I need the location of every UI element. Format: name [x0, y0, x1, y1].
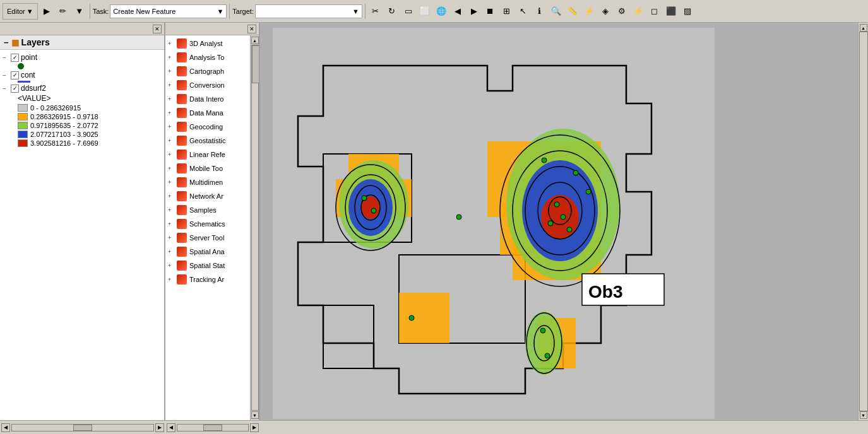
legend-item-3: 2.077217103 - 3.9025	[18, 130, 162, 139]
toolbox-item-label: Data Mana	[189, 109, 223, 117]
toolbox-item-icon	[177, 38, 187, 49]
value-label-text: <VALUE>	[18, 94, 51, 103]
map-scroll-up[interactable]: ▲	[860, 24, 867, 32]
layers-title: Layers	[21, 37, 50, 47]
expand-icon: +	[168, 276, 174, 283]
layers-scroll-left-btn[interactable]: ◀	[1, 423, 10, 432]
layer-ddsurf2-expand[interactable]: −	[3, 85, 9, 92]
separator-3	[365, 4, 366, 19]
toolbox-scroll-thumb[interactable]	[252, 45, 259, 83]
toolbox-item-network[interactable]: + Network Ar	[167, 189, 249, 203]
pointer-tool-button[interactable]: ↖	[516, 4, 531, 19]
layer-cont-row: − cont	[3, 70, 162, 80]
svg-point-18	[541, 195, 579, 239]
ellipse-tool-button[interactable]: ⬜	[417, 4, 432, 19]
layer-point-expand[interactable]: −	[3, 54, 9, 61]
layer-ddsurf2-checkbox[interactable]	[11, 85, 19, 93]
layers-scroll-right-btn[interactable]: ▶	[155, 423, 164, 432]
full-extent-button[interactable]: ⊞	[499, 4, 514, 19]
toolbox-item-label: Geocoding	[189, 123, 223, 131]
toolbox-item-icon	[177, 205, 187, 215]
layer-cont-expand[interactable]: −	[3, 72, 9, 79]
toolbox-item-mobile-tools[interactable]: + Mobile Too	[167, 161, 249, 175]
stop-button[interactable]: ⏹	[483, 4, 498, 19]
toolbox-item-data-interop[interactable]: + Data Intero	[167, 92, 249, 106]
map-scroll-down[interactable]: ▼	[860, 411, 867, 419]
toolbox-item-conversion[interactable]: + Conversion	[167, 78, 249, 92]
toolbox-item-icon	[177, 122, 187, 132]
toolbox-item-data-management[interactable]: + Data Mana	[167, 106, 249, 120]
toolbox-item-icon	[177, 66, 187, 76]
attr-button[interactable]: ⚡	[581, 4, 597, 19]
map-area[interactable]: Ob3 ▲ ▼	[260, 23, 868, 420]
layers-bottom-scroll: ◀ ▶	[0, 422, 165, 433]
target-dropdown[interactable]: ▼	[255, 4, 362, 18]
sketch-tool-button[interactable]: ✏	[56, 4, 71, 19]
layer-ddsurf2-row: − ddsurf2	[3, 83, 162, 93]
back-button[interactable]: ◀	[450, 4, 465, 19]
toolbox-scroll-left-btn[interactable]: ◀	[167, 423, 175, 432]
layer-cont-checkbox[interactable]	[11, 71, 19, 79]
task-dropdown[interactable]: Create New Feature ▼	[110, 4, 227, 18]
editor-dropdown-arrow: ▼	[27, 8, 33, 15]
expand-icon: +	[168, 151, 174, 158]
toolbox-item-tracking[interactable]: + Tracking Ar	[167, 273, 249, 286]
toolbox-item-geostatistics[interactable]: + Geostatistic	[167, 134, 249, 148]
tool-c[interactable]: ◻	[647, 4, 662, 19]
toolbox-item-analysis[interactable]: + Analysis To	[167, 50, 249, 64]
tool-d[interactable]: ⬛	[663, 4, 679, 19]
toolbox-item-icon	[177, 163, 187, 173]
toolbox-item-multidim[interactable]: + Multidimen	[167, 175, 249, 189]
info-button[interactable]: ℹ	[532, 4, 547, 19]
rect-tool-button[interactable]: ▭	[401, 4, 416, 19]
toolbox-scroll-thumb[interactable]	[203, 425, 222, 431]
layers-scroll-track	[11, 424, 154, 431]
toolbox-item-server-tools[interactable]: + Server Tool	[167, 231, 249, 245]
select-button[interactable]: ◈	[598, 4, 613, 19]
svg-point-41	[545, 353, 550, 358]
cut-tool-button[interactable]: ✂	[368, 4, 383, 19]
measure-button[interactable]: 📏	[565, 4, 580, 19]
toolbox-panel-close-button[interactable]: ✕	[247, 25, 256, 33]
toolbox-item-geocoding[interactable]: + Geocoding	[167, 120, 249, 134]
task-label: Task:	[93, 8, 109, 15]
forward-button[interactable]: ▶	[467, 4, 482, 19]
toolbox-item-label: Spatial Ana	[189, 248, 225, 255]
legend-label-3: 2.077217103 - 3.9025	[30, 131, 98, 138]
arrow-tool-button[interactable]: ▶	[39, 4, 54, 19]
layer-ddsurf2-label: ddsurf2	[21, 84, 46, 93]
legend-color-4	[18, 139, 28, 147]
toolbox-item-linear-ref[interactable]: + Linear Refe	[167, 148, 249, 161]
toolbox-item-spatial-analyst[interactable]: + Spatial Ana	[167, 245, 249, 259]
separator-2	[229, 4, 230, 19]
rotate-tool-button[interactable]: ↻	[384, 4, 400, 19]
legend-color-0	[18, 104, 28, 112]
expand-icon: +	[168, 138, 174, 144]
sketch-dropdown-button[interactable]: ▼	[72, 4, 87, 19]
toolbox-scroll-up[interactable]: ▲	[251, 37, 259, 44]
layer-point-checkbox[interactable]	[11, 54, 19, 62]
tool-b[interactable]: ⚡	[631, 4, 646, 19]
toolbox-item-icon	[177, 80, 187, 90]
main-toolbar: Editor ▼ ▶ ✏ ▼ Task: Create New Feature …	[0, 0, 868, 23]
toolbox-item-cartography[interactable]: + Cartograph	[167, 64, 249, 78]
expand-icon: +	[168, 249, 174, 255]
legend-label-2: 0.971895635 - 2.0772	[30, 122, 98, 129]
tool-a[interactable]: ⚙	[614, 4, 629, 19]
toolbox-scroll-down[interactable]: ▼	[251, 411, 259, 419]
editor-menu-button[interactable]: Editor ▼	[3, 3, 38, 20]
layers-panel-close-button[interactable]: ✕	[153, 25, 162, 33]
toolbox-item-samples[interactable]: + Samples	[167, 203, 249, 217]
identify-button[interactable]: 🔍	[549, 4, 564, 19]
expand-icon: +	[168, 96, 174, 102]
layers-scroll-thumb[interactable]	[73, 425, 92, 431]
toolbox-item-schematics[interactable]: + Schematics	[167, 217, 249, 231]
toolbox-scroll-right-btn[interactable]: ▶	[250, 423, 259, 432]
tool-e[interactable]: ▨	[680, 4, 695, 19]
toolbox-item-3d-analyst[interactable]: + 3D Analyst	[167, 37, 249, 50]
toolbox-item-spatial-stats[interactable]: + Spatial Stat	[167, 259, 249, 273]
globe-tool-button[interactable]: 🌐	[434, 4, 449, 19]
toolbox-item-label: Schematics	[189, 220, 225, 228]
target-dropdown-arrow: ▼	[352, 8, 359, 15]
toolbox-item-icon	[177, 94, 187, 104]
